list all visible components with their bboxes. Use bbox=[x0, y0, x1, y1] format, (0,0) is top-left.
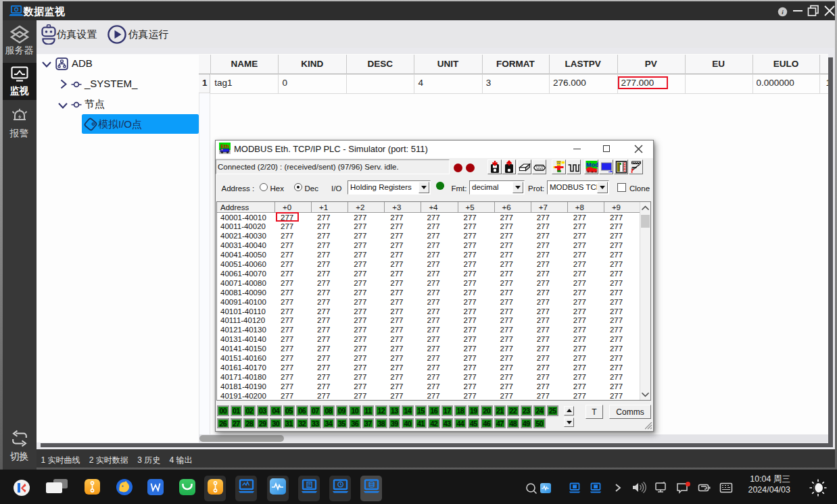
svg-text:Eth: Eth bbox=[220, 143, 229, 149]
svg-text:Mod: Mod bbox=[586, 161, 598, 168]
